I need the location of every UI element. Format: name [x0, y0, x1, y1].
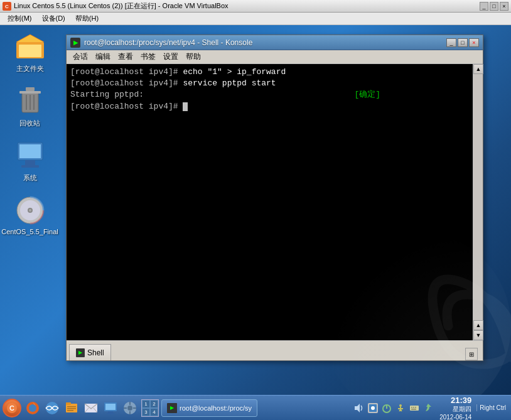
vbox-titlebar: C Linux Centos 5.5 (Linux Centos (2)) [正…	[0, 0, 511, 13]
terminal-cursor	[183, 102, 188, 111]
taskbar-files-icon[interactable]	[63, 399, 80, 417]
taskbar: C	[0, 395, 511, 420]
taskbar-settings-icon[interactable]	[121, 399, 139, 417]
vbox-close-btn[interactable]: ×	[500, 2, 508, 11]
tray-audio-icon[interactable]	[353, 402, 365, 414]
taskbar-firefox-icon[interactable]	[24, 399, 41, 417]
svg-rect-26	[67, 408, 76, 409]
svg-rect-24	[66, 402, 71, 405]
vbox-restore-btn[interactable]: □	[490, 2, 498, 11]
vbox-minimize-btn[interactable]: _	[480, 2, 488, 11]
konsole-titlebar: ▶ root@localhost:/proc/sys/net/ipv4 - Sh…	[67, 35, 483, 50]
svg-rect-13	[21, 165, 39, 168]
scroll-down-btn-top[interactable]: ▲	[473, 320, 483, 330]
konsole-close-btn[interactable]: ×	[469, 38, 479, 47]
taskbar-network-icon[interactable]	[43, 399, 61, 417]
terminal-scrollbar[interactable]: ▲ ▲ ▼	[473, 64, 483, 340]
scroll-up-btn[interactable]: ▲	[473, 64, 483, 74]
svg-rect-5	[19, 91, 41, 94]
svg-rect-12	[25, 160, 35, 165]
konsole-tab-shell[interactable]: ▶ Shell	[69, 344, 111, 360]
svg-rect-35	[129, 402, 131, 405]
konsole-minimize-btn[interactable]: _	[446, 38, 456, 47]
svg-point-21	[29, 404, 36, 412]
tray-update-icon[interactable]	[422, 402, 434, 414]
tray-accessibility-icon[interactable]	[394, 402, 407, 414]
clock-date: 2012-06-14	[439, 414, 471, 421]
computer-label: 系统	[23, 173, 37, 183]
taskbar-monitor-icon[interactable]	[102, 399, 119, 417]
home-folder-icon	[15, 31, 45, 62]
desktop: C Linux Centos 5.5 (Linux Centos (2)) [正…	[0, 0, 511, 420]
svg-rect-54	[411, 409, 416, 410]
svg-rect-50	[410, 406, 419, 411]
konsole-tab-icon: ▶	[76, 348, 85, 357]
terminal-line-2: [root@localhost ipv4]# service pptpd sta…	[70, 78, 469, 89]
svg-rect-52	[413, 407, 414, 408]
svg-rect-6	[26, 87, 35, 91]
konsole-menu-bookmarks[interactable]: 书签	[137, 50, 159, 63]
svg-text:C: C	[5, 4, 9, 9]
konsole-restore-btn[interactable]: □	[458, 38, 468, 47]
workspace-switcher[interactable]: 1 2 3 4	[141, 399, 159, 417]
desktop-sidebar: 主文件夹 回收站	[0, 25, 60, 382]
workspace-1[interactable]: 1	[142, 400, 150, 408]
taskbar-start: C	[3, 399, 21, 417]
right-ctrl-indicator: Right Ctrl	[476, 404, 508, 411]
system-clock[interactable]: 21:39 星期四 2012-06-14	[437, 396, 474, 421]
tray-icons	[353, 402, 434, 414]
scroll-track[interactable]	[473, 74, 483, 320]
konsole-menu: 会话 编辑 查看 书签 设置 帮助	[67, 50, 483, 64]
trash-icon	[15, 86, 45, 116]
desktop-icon-trash[interactable]: 回收站	[5, 86, 55, 128]
task-konsole-icon: ▶	[167, 403, 177, 413]
svg-rect-11	[19, 144, 41, 158]
svg-rect-27	[67, 410, 73, 411]
start-button[interactable]: C	[3, 399, 21, 417]
vbox-menu-devices[interactable]: 设备(D)	[37, 14, 70, 23]
tray-power-icon[interactable]	[380, 402, 393, 414]
terminal-line-4: [root@localhost ipv4]#	[70, 101, 469, 112]
konsole-menu-settings[interactable]: 设置	[159, 50, 182, 63]
svg-rect-31	[108, 411, 113, 413]
svg-rect-25	[67, 406, 76, 407]
centos-dvd-label: CentOS_5.5_Final	[1, 228, 58, 235]
konsole-menu-help[interactable]: 帮助	[182, 50, 205, 63]
konsole-title: root@localhost:/proc/sys/net/ipv4 - Shel…	[84, 38, 446, 47]
konsole-tab-menu-btn[interactable]: ⊞	[465, 348, 478, 360]
terminal-area[interactable]: [root@localhost ipv4]# echo "1" > ip_for…	[67, 64, 483, 340]
taskbar-email-icon[interactable]	[82, 399, 100, 417]
taskbar-active-task[interactable]: ▶ root@localhost:/proc/sy	[161, 399, 257, 417]
desktop-icon-computer[interactable]: 系统	[5, 141, 55, 183]
terminal-line-3: Starting pptpd: [确定]	[70, 89, 469, 100]
vbox-menu-help[interactable]: 帮助(H)	[70, 14, 104, 23]
svg-rect-38	[133, 407, 136, 409]
vbox-win-controls: _ □ ×	[480, 2, 508, 11]
desktop-swirl	[398, 232, 511, 389]
terminal-content[interactable]: [root@localhost ipv4]# echo "1" > ip_for…	[67, 64, 473, 340]
svg-point-17	[29, 209, 31, 212]
svg-rect-53	[415, 407, 416, 408]
konsole-menu-session[interactable]: 会话	[69, 50, 92, 63]
desktop-icon-centos[interactable]: CentOS_5.5_Final	[5, 195, 55, 235]
konsole-tab-label: Shell	[87, 348, 104, 357]
tray-network2-icon[interactable]	[367, 402, 379, 414]
workspace-3[interactable]: 3	[142, 408, 150, 416]
trash-label: 回收站	[19, 119, 40, 128]
desktop-icon-home[interactable]: 主文件夹	[5, 31, 55, 73]
svg-point-45	[399, 404, 402, 407]
workspace-2[interactable]: 2	[150, 400, 158, 408]
vbox-icon: C	[3, 2, 11, 11]
konsole-menu-view[interactable]: 查看	[114, 50, 137, 63]
svg-rect-32	[107, 413, 114, 414]
konsole-tabbar: ▶ Shell ⊞	[67, 340, 483, 360]
svg-point-42	[371, 406, 375, 410]
workspace-4[interactable]: 4	[150, 408, 158, 416]
tray-keyboard-icon[interactable]	[408, 402, 421, 414]
konsole-menu-edit[interactable]: 编辑	[92, 50, 114, 63]
vbox-menu-control[interactable]: 控制(M)	[3, 14, 37, 23]
konsole-window: ▶ root@localhost:/proc/sys/net/ipv4 - Sh…	[66, 35, 483, 361]
konsole-tabbar-right: ⊞	[111, 348, 480, 360]
scroll-down-btn-bottom[interactable]: ▼	[473, 330, 483, 340]
svg-text:C: C	[9, 404, 14, 412]
